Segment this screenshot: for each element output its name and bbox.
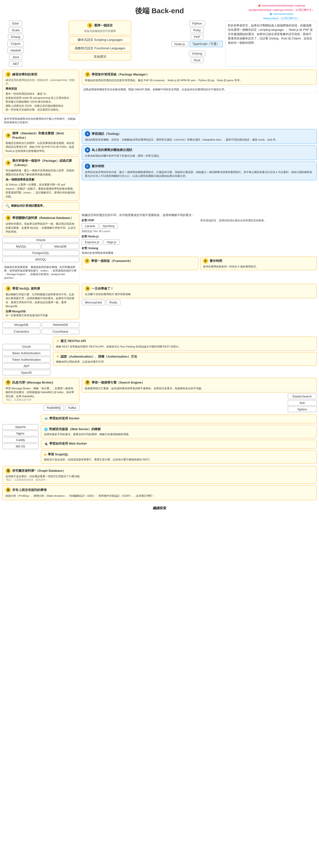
lang-php[interactable]: PHP	[191, 34, 203, 40]
nodejs-row: Node.js TypeScript（可選）	[171, 41, 223, 47]
lang-dotnet[interactable]: .NET	[9, 61, 22, 67]
ws-apache[interactable]: Apache	[2, 424, 38, 430]
nosql-box: ⑨ 學習 NoSQL 資料庫 嘗試瞭解它們是什麼，它們與關連式資料庫有何不同，以…	[2, 284, 79, 319]
lang-python[interactable]: Python	[189, 21, 205, 26]
graphql-title: 學習 GraphQL	[48, 452, 68, 457]
section1-left: ① 練習你學到的東西 練習並用你選擇的語言寫一些命令列（command line…	[2, 70, 79, 126]
right-languages-top: Python Ruby PHP Node.js TypeScript（可選）	[171, 21, 223, 47]
final-text: 效能分析（Profiling）、靜態分析（Static Analysis）、領域…	[5, 494, 314, 498]
realtime-title-row: B 為上面的實際步驟做責任測試	[85, 147, 314, 153]
lang-scala[interactable]: Scala	[9, 27, 23, 33]
nosql-cassandra[interactable]: Cassandra	[2, 329, 40, 334]
messaging-items: RabbitMQ Kafka	[44, 405, 79, 410]
search-box: ⑫ 學習一個搜尋引擎（Search Engine） 隨著應用程式引擎後，如何資料…	[82, 378, 317, 393]
final-box: ⑭ 所有上面沒有提到的事情 效能分析（Profiling）、靜態分析（Stati…	[2, 485, 317, 500]
section2-box: ② 學習套件管理系統（Package Manager） 學會如何使用你所選的語言…	[82, 70, 317, 85]
num-graphdb: ⑬	[5, 468, 11, 473]
auth-token[interactable]: Token Authentication	[2, 357, 51, 362]
reldb-title-row: ⑥ 學習關聯式資料庫（Relational Database）	[5, 215, 76, 221]
center-section: ① 選擇一個語言 有各式各樣的語言可供選擇 腳本式語言 Scripting La…	[31, 21, 169, 67]
search-title-row: ⑫ 學習一個搜尋引擎（Search Engine）	[85, 380, 314, 385]
github-link-2[interactable]: goodjack/developer-roadmap-chinese（台灣正體中…	[249, 8, 314, 11]
num-s2: ②	[85, 72, 90, 77]
messaging-title: 訊息代理* (Message Broker)	[12, 380, 53, 385]
lang-nodejs[interactable]: Node.js	[171, 41, 188, 47]
section1-title-row: ① 練習你學到的東西	[5, 72, 76, 77]
framework-other: 對於其他語言，請尋找並找出適合合你所選語言的框架。	[201, 218, 317, 255]
websocket-title: 🔌 學習如何使用 Web Socket	[44, 441, 314, 446]
page-container: 🐙 kamranahmedse/developer-roadmap goodja…	[0, 0, 319, 515]
framework-text: 根據語言和所選語言的不同，你可能需要或也可能不需要框架。這裡有幾種不同的選項：	[82, 213, 317, 217]
caching-box: ⑩ 一旦你學會了！ 在步驟 8 的你的應用程式 實作快取策略	[82, 284, 317, 298]
section4-oss-text: 在 GitHub 上選擇一位專案，並在專案中開一些 pull request，並…	[5, 183, 76, 198]
section1-examples: 實作一些你所用語的指令，像是 'ls'。 知道如何使用 reddit 和 r/p…	[5, 92, 76, 112]
lang-haskell[interactable]: Haskell	[7, 48, 24, 53]
lang-rust[interactable]: Rust	[191, 57, 203, 63]
webserver-icon: 🌐	[44, 428, 48, 431]
github-link-1[interactable]: kamranahmedse/developer-roadmap	[262, 4, 305, 7]
lang-erlang[interactable]: Erlang	[8, 34, 23, 40]
num-test: A	[85, 131, 90, 136]
framework-laravel[interactable]: Laravel	[82, 223, 98, 229]
lang-typescript[interactable]: TypeScript（可選）	[190, 41, 223, 47]
docker-icon: 🐳	[44, 417, 48, 420]
framework-symfony[interactable]: Symfony	[99, 223, 118, 229]
rest-icon: ✦	[56, 339, 59, 343]
graphdb-note: *附記：又課再圖形資料庫、圖形資料！	[5, 478, 314, 482]
search-sphinx[interactable]: Sphinx	[288, 407, 317, 412]
section8-title: ⑧ 實作時間	[203, 258, 314, 264]
db-mssql[interactable]: MSSQL	[2, 257, 79, 262]
cache-memcached[interactable]: Memcached	[82, 300, 105, 305]
other-label: 其他選項	[94, 55, 106, 58]
ws-msiis[interactable]: MS IIS	[2, 444, 38, 449]
realtime-subtitle: 試著為前面的步驟中前件中留下的責任任務，撰寫一些單元測試。	[85, 154, 314, 158]
auth-title-row: ✦ 認證（Authentication）、授權（Authorization）方法	[56, 354, 314, 359]
twitter-link-1[interactable]: kamranahmedse	[274, 12, 293, 16]
search-solr[interactable]: Solr	[288, 400, 317, 406]
nosql-rethinkdb[interactable]: RethinkDB	[41, 322, 80, 328]
section3-4-left: ③ 標準（Standard）和最佳實踐（Best Practice） 每種語言都…	[2, 129, 79, 211]
ws-nginx[interactable]: Nginx	[2, 431, 38, 436]
ws-caddy[interactable]: Caddy	[2, 437, 38, 443]
nosql-caching-row: ⑨ 學習 NoSQL 資料庫 嘗試瞭解它們是什麼，它們與關連式資料庫有何不同，以…	[2, 284, 317, 334]
graphdb-box: ⑬ 研究圖形資料庫*（Graph Database） 這用後不是必要的，但你應該…	[2, 466, 317, 484]
lang-clojure[interactable]: Clojure	[7, 41, 24, 46]
testing-title: 學習測試（Testing）	[92, 132, 121, 136]
lang-elixir[interactable]: Elixir	[9, 21, 22, 26]
section1-title: 練習你學到的東西	[12, 72, 37, 77]
section4-title-row: ④ 製作和發佈一個套件（Package）或函式庫（Library）	[5, 159, 76, 167]
rest-title-row: ✦ 建立 RESTful API	[56, 339, 314, 343]
reldb-left: ⑥ 學習關聯式資料庫（Relational Database） 這裡有些選項，你…	[2, 213, 79, 281]
auth-oauth[interactable]: OAuth	[2, 344, 51, 349]
auth-jwt[interactable]: JWT	[2, 363, 51, 369]
nosql-subtitle: 嘗試瞭解它們是什麼，它們與關連式資料庫有何不同，以及為什麼需要它們，這裡有幾種不…	[5, 292, 76, 308]
lang-ruby[interactable]: Ruby	[191, 27, 204, 33]
example-3: 幫你建立目錄結構的 JSON 格式的指令。	[5, 100, 76, 104]
nosql-mongodb[interactable]: MongoDB	[2, 322, 40, 328]
graphql-box: ◈ 學習 GraphQL 雖然這不是必須的，但請請請接受看看它，看看它是什麼，以…	[41, 450, 317, 464]
search-subtitle: 隨著應用程式引擎後，如何資料庫的簡單查詢將不會夠快。這裡有許多選項，每個都有各自…	[85, 386, 314, 391]
db-mysql[interactable]: MySQL	[2, 244, 40, 249]
runtime-box: C 實作時間 使用你目前所學的所有內容，建立一個簡單的網路應用程式。它應該有注冊…	[82, 161, 317, 180]
db-mariadb[interactable]: MariaDB	[41, 244, 80, 249]
search-elastic[interactable]: ElasticSearch	[288, 394, 317, 399]
db-postgresql[interactable]: PostgreSQL	[2, 250, 79, 256]
framework-hapijs[interactable]: Hapi.js	[104, 239, 119, 245]
testing-title-row: A 學習測試（Testing）	[85, 131, 314, 136]
lang-golang[interactable]: Golang	[189, 51, 205, 56]
github-icon: 🐙	[258, 4, 261, 7]
section1-examples-title: 舉例來說	[5, 87, 76, 91]
nosql-left: ⑨ 學習 NoSQL 資料庫 嘗試瞭解它們是什麼，它們與關連式資料庫有何不同，以…	[2, 284, 79, 334]
cache-redis[interactable]: Redis	[106, 300, 120, 305]
nosql-couchbase[interactable]: Couchbase	[41, 329, 80, 334]
auth-basic[interactable]: Basic Authentication	[2, 350, 51, 356]
msg-kafka[interactable]: Kafka	[65, 405, 79, 410]
graphql-subtitle: 雖然這不是必須的，但請請請接受看看它，看看它是什麼，以及為什麼它被稱為新的 RE…	[44, 458, 314, 461]
auth-openid[interactable]: OpenID	[2, 370, 51, 375]
lang-java[interactable]: Java	[9, 54, 22, 60]
framework-expressjs[interactable]: Express.js	[82, 239, 103, 245]
runtime-title-row: C 實作時間	[85, 164, 314, 169]
msg-rabbitmq[interactable]: RabbitMQ	[44, 405, 64, 410]
nosql-first: 先學 MongoDB	[5, 310, 76, 314]
db-oracle[interactable]: Oracle	[2, 237, 79, 243]
